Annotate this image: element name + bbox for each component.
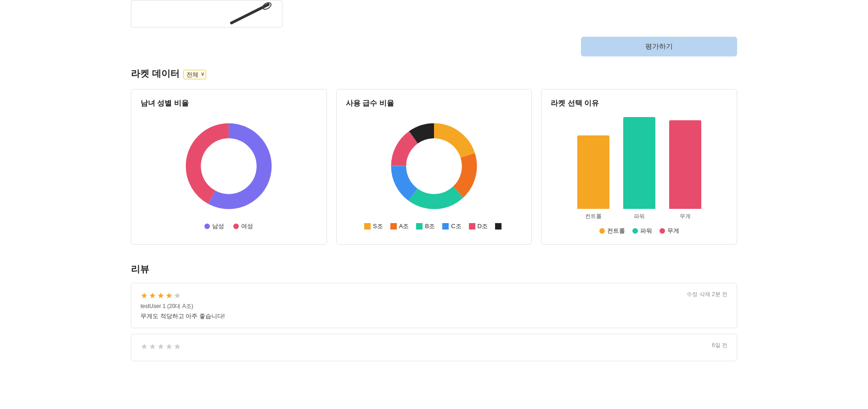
gender-donut-container: 남성 여성 bbox=[141, 116, 317, 230]
legend-female: 여성 bbox=[233, 222, 253, 230]
reviews-section: 리뷰 ★★★★★ 수정 삭제 2분 전 testUser 1 (20대 A조) … bbox=[131, 263, 737, 361]
bar-legend-power-dot bbox=[632, 228, 638, 234]
stars-empty-2: ★★★★★ bbox=[141, 342, 182, 351]
stars-empty-1: ★ bbox=[174, 291, 182, 300]
reason-chart-card: 라켓 선택 이유 컨트롤 파워 무게 bbox=[541, 89, 737, 245]
bar-legend-power: 파워 bbox=[632, 227, 652, 235]
legend-c-square bbox=[442, 223, 449, 230]
review-stars-2: ★★★★★ bbox=[141, 342, 182, 352]
legend-b-square bbox=[416, 223, 423, 230]
bar-area: 컨트롤 파워 무게 bbox=[551, 116, 727, 222]
review-card-2: ★★★★★ 6일 전 bbox=[131, 334, 737, 361]
legend-male: 남성 bbox=[204, 222, 224, 230]
legend-a-square bbox=[390, 223, 397, 230]
legend-male-dot bbox=[204, 224, 210, 229]
bar-legend-control-label: 컨트롤 bbox=[607, 227, 625, 235]
reason-chart-title: 라켓 선택 이유 bbox=[551, 99, 727, 108]
legend-a: A조 bbox=[390, 222, 409, 230]
review-header-1: ★★★★★ 수정 삭제 2분 전 bbox=[141, 291, 727, 301]
filter-select[interactable]: 전체 남성 여성 bbox=[183, 70, 206, 79]
bar-legend-control-dot bbox=[599, 228, 605, 234]
review-time-2: 6일 전 bbox=[712, 342, 727, 348]
legend-d-label: D조 bbox=[478, 222, 488, 230]
gender-donut-svg bbox=[178, 116, 279, 217]
bar-legend-power-label: 파워 bbox=[640, 227, 652, 235]
legend-s-square bbox=[364, 223, 371, 230]
grade-donut-svg bbox=[383, 116, 485, 217]
legend-female-dot bbox=[233, 224, 239, 229]
gender-chart-title: 남녀 성별 비율 bbox=[141, 99, 317, 108]
legend-d: D조 bbox=[469, 222, 488, 230]
bar-control-label: 컨트롤 bbox=[585, 213, 602, 220]
legend-b-label: B조 bbox=[425, 222, 435, 230]
bar-power bbox=[623, 117, 655, 209]
product-image-box bbox=[131, 0, 282, 28]
legend-black-square bbox=[495, 223, 502, 230]
filter-select-wrapper[interactable]: 전체 남성 여성 bbox=[183, 68, 206, 79]
bar-power-group: 파워 bbox=[623, 117, 655, 220]
review-actions-2: 6일 전 bbox=[712, 342, 727, 349]
stars-filled-1: ★★★★ bbox=[141, 291, 174, 300]
bar-weight-group: 무게 bbox=[669, 120, 701, 220]
charts-row: 남녀 성별 비율 남성 bbox=[131, 89, 737, 245]
legend-s-label: S조 bbox=[373, 222, 383, 230]
review-header-2: ★★★★★ 6일 전 bbox=[141, 342, 727, 352]
legend-c: C조 bbox=[442, 222, 461, 230]
bar-legend-weight-label: 무게 bbox=[667, 227, 679, 235]
racket-image bbox=[227, 2, 273, 25]
grade-chart-card: 사용 급수 비율 bbox=[336, 89, 532, 245]
legend-c-label: C조 bbox=[451, 222, 461, 230]
legend-male-label: 남성 bbox=[212, 222, 224, 230]
svg-point-11 bbox=[406, 139, 462, 194]
svg-point-4 bbox=[201, 139, 257, 194]
section-title-text: 라켓 데이터 bbox=[131, 67, 180, 80]
legend-female-label: 여성 bbox=[241, 222, 253, 230]
bar-legend: 컨트롤 파워 무게 bbox=[551, 227, 727, 235]
legend-s: S조 bbox=[364, 222, 383, 230]
bar-control bbox=[577, 135, 609, 209]
bar-legend-weight-dot bbox=[659, 228, 665, 234]
review-text-1: 무게도 적당하고 아주 좋습니다! bbox=[141, 312, 727, 320]
legend-d-square bbox=[469, 223, 475, 230]
legend-black bbox=[495, 222, 504, 230]
bar-weight-label: 무게 bbox=[680, 213, 691, 220]
bar-chart-container: 컨트롤 파워 무게 컨트롤 bbox=[551, 116, 727, 235]
evaluate-button[interactable]: 평가하기 bbox=[581, 37, 737, 56]
bar-power-label: 파워 bbox=[634, 213, 645, 220]
bar-control-group: 컨트롤 bbox=[577, 135, 609, 220]
bar-legend-control: 컨트롤 bbox=[599, 227, 625, 235]
bar-legend-weight: 무게 bbox=[659, 227, 679, 235]
bar-weight bbox=[669, 120, 701, 209]
reviews-title: 리뷰 bbox=[131, 263, 737, 275]
grade-chart-title: 사용 급수 비율 bbox=[346, 99, 523, 108]
review-actions-1[interactable]: 수정 삭제 2분 전 bbox=[687, 291, 727, 298]
grade-legend: S조 A조 B조 C조 bbox=[364, 222, 504, 230]
legend-b: B조 bbox=[416, 222, 435, 230]
gender-chart-card: 남녀 성별 비율 남성 bbox=[131, 89, 327, 245]
racket-data-section-title: 라켓 데이터 전체 남성 여성 bbox=[131, 67, 737, 80]
review-time-1: 수정 삭제 2분 전 bbox=[687, 291, 727, 297]
review-stars-1: ★★★★★ bbox=[141, 291, 182, 301]
legend-a-label: A조 bbox=[399, 222, 409, 230]
review-user-1: testUser 1 (20대 A조) bbox=[141, 303, 727, 310]
review-card-1: ★★★★★ 수정 삭제 2분 전 testUser 1 (20대 A조) 무게도… bbox=[131, 283, 737, 328]
gender-legend: 남성 여성 bbox=[204, 222, 253, 230]
grade-donut-container: S조 A조 B조 C조 bbox=[346, 116, 523, 230]
